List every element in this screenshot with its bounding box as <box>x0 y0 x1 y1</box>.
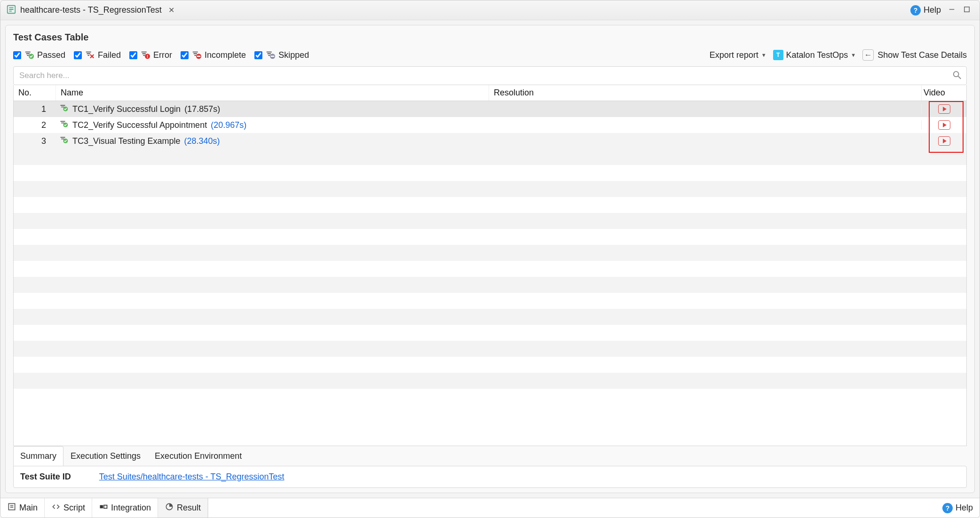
play-video-button[interactable] <box>938 136 950 146</box>
filter-incomplete[interactable]: Incomplete <box>181 50 246 60</box>
incomplete-icon <box>191 50 202 60</box>
test-case-name: TC3_Visual Testing Example <box>72 136 180 146</box>
maximize-button[interactable] <box>963 5 971 15</box>
show-details-label: Show Test Case Details <box>877 50 967 60</box>
table-row[interactable]: 1TC1_Verify Successful Login (17.857s) <box>14 101 966 117</box>
search-wrap <box>13 66 967 85</box>
filter-failed-label: Failed <box>98 50 121 60</box>
help-icon: ? <box>942 503 953 513</box>
editor-bottom-tabs: MainScriptIntegrationResult ? Help <box>0 498 980 518</box>
chevron-down-icon: ▼ <box>761 52 767 58</box>
katalon-testops-dropdown[interactable]: T Katalon TestOps ▼ <box>773 50 856 60</box>
help-button-bottom[interactable]: ? Help <box>936 498 980 518</box>
col-video[interactable]: Video <box>921 85 966 101</box>
filter-error[interactable]: !Error <box>129 50 172 60</box>
integration-icon <box>99 502 108 514</box>
row-number: 2 <box>15 120 57 130</box>
bottom-tab-label: Result <box>177 503 201 513</box>
table-header: No. Name Resolution Video <box>14 85 966 101</box>
result-icon <box>165 502 174 514</box>
table-row[interactable]: 2TC2_Verify Successful Appointment (20.9… <box>14 117 966 133</box>
minimize-button[interactable] <box>948 5 956 15</box>
bottom-tab-label: Integration <box>111 503 151 513</box>
tab-summary[interactable]: Summary <box>13 446 63 466</box>
help-icon: ? <box>910 5 921 16</box>
play-video-button[interactable] <box>938 120 950 130</box>
detail-tabs: SummaryExecution SettingsExecution Envir… <box>13 446 967 466</box>
test-suite-id-label: Test Suite ID <box>20 472 71 482</box>
filter-incomplete-checkbox[interactable] <box>181 51 189 59</box>
panel-title: Test Cases Table <box>13 32 967 43</box>
close-icon[interactable]: ✕ <box>166 6 177 15</box>
tab-title: healthcare-tests - TS_RegressionTest <box>20 5 162 15</box>
editor-tab[interactable]: healthcare-tests - TS_RegressionTest ✕ <box>6 4 177 16</box>
help-label: Help <box>956 503 973 513</box>
main-icon <box>7 502 16 514</box>
col-no[interactable]: No. <box>14 85 56 101</box>
filter-error-checkbox[interactable] <box>129 51 137 59</box>
filter-error-label: Error <box>153 50 172 60</box>
summary-panel: Test Suite ID Test Suites/healthcare-tes… <box>13 466 967 488</box>
status-passed-icon <box>59 103 69 115</box>
play-video-button[interactable] <box>938 104 950 114</box>
bottom-tab-script[interactable]: Script <box>45 498 92 518</box>
export-report-dropdown[interactable]: Export report ▼ <box>710 50 767 60</box>
table-body: 1TC1_Verify Successful Login (17.857s)2T… <box>14 101 966 446</box>
duration-link[interactable]: (28.340s) <box>184 136 220 146</box>
bottom-tab-main[interactable]: Main <box>0 498 45 518</box>
filter-skipped-label: Skipped <box>278 50 309 60</box>
titlebar: healthcare-tests - TS_RegressionTest ✕ ?… <box>0 0 980 20</box>
row-number: 3 <box>15 136 57 146</box>
duration-text: (17.857s) <box>184 104 220 114</box>
filter-skipped[interactable]: Skipped <box>254 50 309 60</box>
testops-label: Katalon TestOps <box>786 50 848 60</box>
arrow-left-icon: ← <box>862 49 874 61</box>
test-suite-id-link[interactable]: Test Suites/healthcare-tests - TS_Regres… <box>99 472 285 482</box>
passed-icon <box>24 50 34 60</box>
report-window: healthcare-tests - TS_RegressionTest ✕ ?… <box>0 0 980 518</box>
svg-point-29 <box>954 71 959 77</box>
filter-incomplete-label: Incomplete <box>205 50 246 60</box>
skipped-icon <box>265 50 276 60</box>
filter-skipped-checkbox[interactable] <box>254 51 262 59</box>
filter-passed[interactable]: Passed <box>13 50 65 60</box>
table-row[interactable]: 3TC3_Visual Testing Example (28.340s) <box>14 133 966 149</box>
svg-text:!: ! <box>147 54 148 59</box>
bottom-tab-result[interactable]: Result <box>158 498 208 518</box>
error-icon: ! <box>140 50 150 60</box>
tab-execution-settings[interactable]: Execution Settings <box>63 446 148 466</box>
test-case-name: TC1_Verify Successful Login <box>72 104 181 114</box>
export-report-label: Export report <box>710 50 759 60</box>
duration-link[interactable]: (20.967s) <box>211 120 246 130</box>
tab-execution-environment[interactable]: Execution Environment <box>148 446 249 466</box>
report-icon <box>6 4 16 16</box>
status-passed-icon <box>59 135 69 147</box>
svg-rect-44 <box>104 505 107 509</box>
show-test-case-details-button[interactable]: ← Show Test Case Details <box>862 49 967 61</box>
search-icon <box>952 70 962 82</box>
play-icon <box>943 139 947 143</box>
bottom-tab-integration[interactable]: Integration <box>92 498 158 518</box>
filter-failed[interactable]: Failed <box>74 50 121 60</box>
filter-passed-checkbox[interactable] <box>13 51 21 59</box>
help-label: Help <box>924 5 941 15</box>
chevron-down-icon: ▼ <box>851 52 856 58</box>
row-number: 1 <box>15 104 57 114</box>
search-input[interactable] <box>13 66 967 85</box>
test-cases-table: No. Name Resolution Video 1TC1_Verify Su… <box>13 85 967 446</box>
col-name[interactable]: Name <box>56 85 489 101</box>
bottom-tab-label: Script <box>63 503 85 513</box>
col-resolution[interactable]: Resolution <box>489 85 921 101</box>
bottom-tab-label: Main <box>19 503 38 513</box>
failed-icon <box>85 50 95 60</box>
filter-passed-label: Passed <box>37 50 65 60</box>
svg-rect-5 <box>964 7 970 12</box>
status-passed-icon <box>59 119 69 131</box>
script-icon <box>51 502 61 514</box>
filter-failed-checkbox[interactable] <box>74 51 82 59</box>
svg-line-30 <box>958 76 961 79</box>
filter-toolbar: PassedFailed!ErrorIncompleteSkipped Expo… <box>13 49 967 61</box>
help-button[interactable]: ? Help <box>910 5 941 16</box>
test-cases-panel: Test Cases Table PassedFailed!ErrorIncom… <box>5 25 975 493</box>
testops-icon: T <box>773 50 783 60</box>
